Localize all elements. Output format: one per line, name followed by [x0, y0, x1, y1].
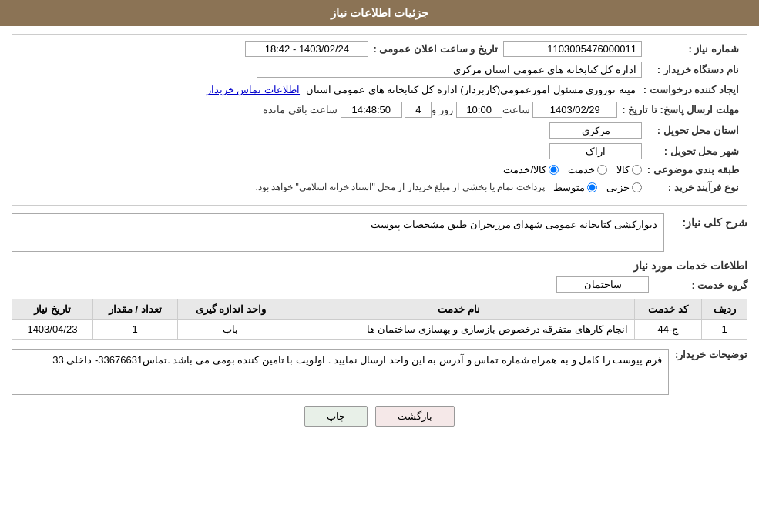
response-days-label: روز و: [432, 104, 453, 115]
buyer-name-label: نام دستگاه خریدار :: [646, 64, 739, 75]
process-note: پرداخت تمام یا بخشی از مبلغ خریدار از مح…: [253, 180, 548, 194]
category-option-kala: کالا: [616, 164, 642, 176]
service-group-row: گروه خدمت : ساختمان: [12, 276, 747, 293]
province-value: مرکزی: [549, 122, 642, 139]
services-section: اطلاعات خدمات مورد نیاز گروه خدمت : ساخت…: [12, 259, 747, 395]
page-title: جزئیات اطلاعات نیاز: [331, 6, 428, 19]
process-motawaset-label: متوسط: [553, 182, 585, 193]
col-header-row: ردیف: [702, 299, 747, 320]
col-header-code: کد خدمت: [634, 299, 702, 320]
creator-value: مینه نوروزی مسئول امورعمومی(کاربرداز) اد…: [303, 82, 639, 97]
process-label: نوع فرآیند خرید :: [646, 182, 739, 193]
notes-value: فرم پیوست را کامل و به همراه شماره تماس …: [12, 349, 669, 395]
main-info-section: شماره نیاز : 1103005476000011 تاریخ و سا…: [12, 34, 747, 206]
cell-code-1: ج-44: [634, 320, 702, 340]
row-buyer-name: نام دستگاه خریدار : اداره کل کتابخانه ها…: [20, 62, 739, 78]
buyer-name-value: اداره کل کتابخانه های عمومی استان مرکزی: [257, 62, 642, 78]
process-option-motawaset: متوسط: [553, 182, 597, 193]
notes-row: توضیحات خریدار: فرم پیوست را کامل و به ه…: [12, 346, 747, 395]
row-need-number: شماره نیاز : 1103005476000011 تاریخ و سا…: [20, 41, 739, 57]
cell-unit-1: باب: [177, 320, 284, 340]
row-province: استان محل تحویل : مرکزی: [20, 122, 739, 139]
service-group-label: گروه خدمت :: [655, 278, 747, 291]
process-radio-motawaset[interactable]: [587, 182, 597, 192]
response-remaining: 14:48:50: [341, 102, 402, 118]
row-creator: ایجاد کننده درخواست : مینه نوروزی مسئول …: [20, 82, 739, 97]
city-label: شهر محل تحویل :: [646, 146, 739, 157]
page-header: جزئیات اطلاعات نیاز: [0, 0, 759, 26]
row-response-deadline: مهلت ارسال پاسخ: تا تاریخ : 1403/02/29 س…: [20, 102, 739, 118]
response-remaining-label: ساعت باقی مانده: [263, 104, 338, 115]
process-option-jozi: جزیی: [606, 182, 642, 193]
services-table: ردیف کد خدمت نام خدمت واحد اندازه گیری ت…: [12, 299, 747, 340]
process-radio-group: جزیی متوسط: [553, 182, 642, 193]
announcement-date-label: تاریخ و ساعت اعلان عمومی :: [373, 43, 497, 55]
col-header-qty: تعداد / مقدار: [92, 299, 177, 320]
services-section-title: اطلاعات خدمات مورد نیاز: [12, 259, 747, 272]
category-radio-khedmat[interactable]: [597, 165, 607, 175]
city-value: اراک: [549, 143, 642, 159]
response-deadline-label: مهلت ارسال پاسخ: تا تاریخ :: [622, 104, 739, 115]
announcement-date-value: 1403/02/24 - 18:42: [245, 41, 368, 57]
category-option-khedmat: خدمت: [568, 164, 607, 176]
col-header-name: نام خدمت: [284, 299, 634, 320]
notes-label: توضیحات خریدار:: [675, 346, 747, 360]
page-container: جزئیات اطلاعات نیاز شماره نیاز : 1103005…: [0, 0, 759, 532]
process-radio-jozi[interactable]: [632, 182, 642, 192]
category-label: طبقه بندی موضوعی :: [646, 164, 739, 176]
category-khedmat-label: خدمت: [568, 164, 595, 176]
category-radio-group: کالا خدمت کالا/خدمت: [503, 164, 642, 176]
cell-qty-1: 1: [92, 320, 177, 340]
category-option-kala-khedmat: کالا/خدمت: [503, 164, 559, 176]
category-kala-khedmat-label: کالا/خدمت: [503, 164, 546, 176]
col-header-unit: واحد اندازه گیری: [177, 299, 284, 320]
cell-date-1: 1403/04/23: [12, 320, 93, 340]
row-city: شهر محل تحویل : اراک: [20, 143, 739, 159]
contact-link[interactable]: اطلاعات تماس خریدار: [207, 84, 300, 95]
category-radio-kala[interactable]: [632, 165, 642, 175]
need-number-value: 1103005476000011: [503, 41, 642, 57]
process-jozi-label: جزیی: [606, 182, 630, 193]
content-area: شماره نیاز : 1103005476000011 تاریخ و سا…: [0, 26, 759, 442]
cell-row-1: 1: [702, 320, 747, 340]
need-number-label: شماره نیاز :: [646, 43, 739, 55]
description-value: دیوارکشی کتابخانه عمومی شهدای مرزیجران ط…: [12, 213, 664, 252]
back-button[interactable]: بازگشت: [375, 406, 455, 427]
response-time-label: ساعت: [502, 104, 530, 115]
response-time: 10:00: [456, 102, 502, 118]
row-category: طبقه بندی موضوعی : کالا خدمت کالا/خدمت: [20, 164, 739, 176]
description-section: شرح کلی نیاز: دیوارکشی کتابخانه عمومی شه…: [12, 213, 747, 252]
province-label: استان محل تحویل :: [646, 125, 739, 136]
col-header-date: تاریخ نیاز: [12, 299, 93, 320]
response-date: 1403/02/29: [532, 102, 617, 118]
table-row: 1 ج-44 انجام کارهای متفرقه درخصوص بازساز…: [12, 320, 747, 340]
description-section-title: شرح کلی نیاز:: [670, 213, 747, 229]
category-radio-kala-khedmat[interactable]: [549, 165, 559, 175]
cell-name-1: انجام کارهای متفرقه درخصوص بازسازی و بهس…: [284, 320, 634, 340]
service-group-value: ساختمان: [556, 276, 649, 293]
print-button[interactable]: چاپ: [304, 406, 368, 427]
category-kala-label: کالا: [616, 164, 630, 176]
response-days: 4: [405, 102, 432, 118]
creator-label: ایجاد کننده درخواست :: [643, 84, 739, 95]
buttons-row: بازگشت چاپ: [12, 406, 747, 427]
row-process-type: نوع فرآیند خرید : جزیی متوسط پرداخت تمام…: [20, 180, 739, 194]
